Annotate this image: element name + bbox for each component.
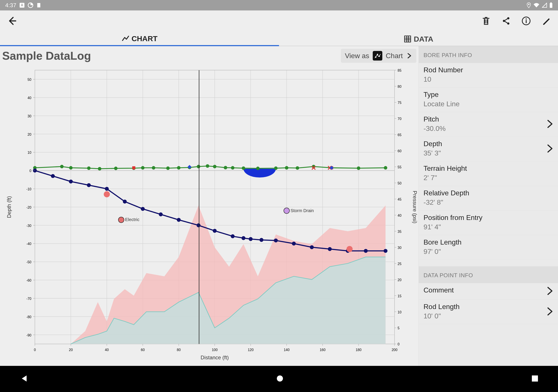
- type-label: Type: [424, 91, 553, 99]
- tab-chart[interactable]: CHART: [0, 32, 279, 46]
- arrow-back-icon: [7, 16, 17, 26]
- svg-text:-40: -40: [26, 242, 31, 246]
- svg-point-60: [231, 166, 235, 170]
- svg-point-63: [274, 166, 278, 170]
- svg-point-75: [123, 200, 127, 204]
- svg-point-79: [197, 223, 201, 227]
- svg-text:-30: -30: [26, 224, 31, 228]
- svg-point-45: [60, 165, 64, 168]
- triangle-back-icon: [19, 374, 29, 383]
- status-icon-sd: [36, 3, 41, 8]
- row-rod-number: Rod Number 10: [419, 63, 558, 87]
- svg-rect-193: [532, 375, 538, 382]
- nav-home-button[interactable]: [276, 374, 284, 384]
- row-position: Position from Entry 91' 4": [419, 211, 558, 235]
- edit-button[interactable]: [541, 16, 551, 26]
- svg-rect-5: [550, 2, 552, 3]
- svg-text:45: 45: [398, 197, 401, 201]
- svg-text:-20: -20: [26, 205, 31, 209]
- svg-text:120: 120: [248, 348, 254, 352]
- info-button[interactable]: [521, 16, 531, 26]
- row-pitch[interactable]: Pitch -30.0%: [419, 112, 558, 137]
- svg-point-56: [197, 165, 200, 168]
- svg-text:85: 85: [398, 68, 401, 72]
- location-icon: [527, 2, 531, 8]
- depth-value: 35' 3": [424, 149, 553, 157]
- scatter-chip-icon: [373, 51, 382, 60]
- svg-text:0: 0: [34, 348, 36, 352]
- svg-point-64: [285, 166, 288, 170]
- svg-text:10: 10: [398, 310, 401, 314]
- nav-recents-button[interactable]: [531, 375, 539, 383]
- square-recents-icon: [531, 375, 539, 383]
- row-type: Type Locate Line: [419, 87, 558, 112]
- svg-text:30: 30: [27, 114, 31, 118]
- page-title: Sample DataLog: [2, 49, 91, 62]
- status-icon-pie: [28, 2, 33, 8]
- svg-point-3: [528, 4, 530, 5]
- svg-point-81: [231, 234, 235, 238]
- svg-text:80: 80: [177, 348, 181, 352]
- tab-bar: CHART DATA: [0, 32, 558, 46]
- bore-length-label: Bore Length: [424, 238, 553, 246]
- svg-rect-4: [550, 3, 552, 8]
- view-as-button[interactable]: View as Chart: [341, 49, 416, 63]
- chevron-right-icon: [547, 144, 553, 154]
- svg-text:40: 40: [398, 213, 401, 217]
- svg-text:5: 5: [398, 326, 400, 330]
- svg-point-48: [98, 167, 101, 170]
- svg-text:15: 15: [398, 294, 401, 298]
- pitch-value: -30.0%: [424, 125, 553, 133]
- row-rod-length[interactable]: Rod Length 10' 0": [419, 300, 558, 324]
- svg-text:0: 0: [29, 169, 31, 173]
- chevron-right-icon: [547, 286, 553, 297]
- svg-point-90: [364, 249, 368, 253]
- back-button[interactable]: [7, 16, 17, 27]
- svg-text:Depth (ft): Depth (ft): [6, 196, 12, 218]
- svg-point-99: [284, 208, 289, 213]
- position-label: Position from Entry: [424, 214, 553, 222]
- svg-point-80: [213, 229, 217, 233]
- svg-text:-80: -80: [26, 315, 31, 319]
- svg-text:40: 40: [27, 96, 31, 100]
- chart-area[interactable]: ElectricStorm Drain020406080100120140160…: [0, 64, 418, 366]
- svg-point-94: [347, 246, 353, 252]
- section-bore-path-info: BORE PATH INFO: [419, 46, 558, 63]
- android-status-bar: 4:37 A: [0, 0, 558, 10]
- trash-icon: [481, 16, 491, 26]
- svg-text:50: 50: [398, 181, 401, 185]
- circle-home-icon: [276, 374, 284, 383]
- svg-point-10: [526, 18, 527, 20]
- pitch-label: Pitch: [424, 115, 553, 123]
- nav-back-button[interactable]: [19, 374, 29, 384]
- svg-text:25: 25: [398, 262, 401, 266]
- tab-data[interactable]: DATA: [279, 32, 558, 46]
- chart-line-icon: [122, 35, 130, 43]
- position-value: 91' 4": [424, 223, 553, 231]
- svg-text:160: 160: [320, 348, 326, 352]
- row-comment[interactable]: Comment: [419, 283, 558, 300]
- svg-point-97: [118, 217, 124, 222]
- share-button[interactable]: [501, 16, 511, 26]
- svg-point-53: [166, 166, 170, 170]
- svg-point-58: [213, 165, 217, 168]
- svg-text:55: 55: [398, 165, 401, 169]
- svg-text:Pressure (psi): Pressure (psi): [412, 191, 418, 223]
- relative-depth-value: -32' 8": [424, 198, 553, 206]
- signal-icon: [542, 3, 547, 8]
- svg-point-77: [159, 212, 163, 216]
- delete-button[interactable]: [481, 16, 491, 26]
- svg-point-85: [274, 239, 278, 242]
- svg-point-68: [357, 166, 360, 170]
- svg-text:Distance (ft): Distance (ft): [201, 355, 229, 360]
- svg-point-84: [260, 238, 263, 242]
- android-nav-bar: [0, 366, 558, 392]
- row-depth[interactable]: Depth 35' 3": [419, 137, 558, 161]
- tab-chart-label: CHART: [132, 34, 157, 43]
- chevron-right-icon: [406, 53, 412, 59]
- svg-rect-95: [132, 166, 135, 170]
- tab-data-label: DATA: [414, 35, 433, 43]
- info-icon: [521, 16, 531, 26]
- svg-text:A: A: [21, 3, 23, 7]
- svg-point-74: [105, 187, 109, 191]
